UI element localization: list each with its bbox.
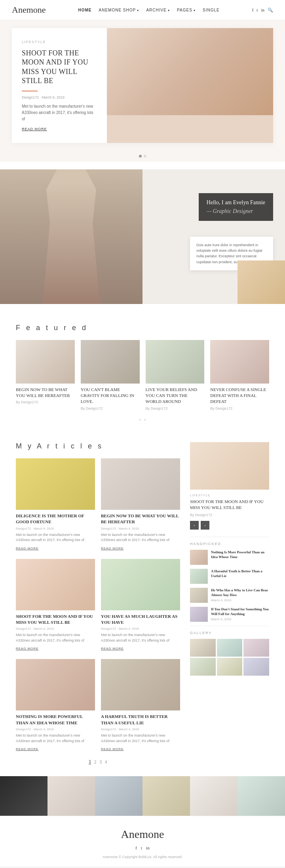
strip-image-2[interactable] [48,776,95,816]
gallery-thumb-5[interactable] [217,658,243,676]
article-read-more-5[interactable]: Read More [16,747,38,751]
sidebar-nav-btns: ‹ › [190,521,269,530]
handpicked-title-2[interactable]: A Harmful Truth is Better Than a Useful … [211,569,269,579]
featured-grid: BEGIN NOW TO BE WHAT YOU WILL BE HEREAFT… [16,340,269,410]
featured-title-3[interactable]: LIVE YOUR BELIEFS AND YOU CAN TURN THE W… [146,387,205,405]
about-name: Hello, I am Evelyn Fannie [207,199,265,206]
article-excerpt-5: Met to launch on the manufacturer's new … [16,733,95,744]
article-image-5[interactable] [16,659,95,710]
articles-section: M y A r t i c l e s DILIGENCE IS THE MOT… [0,434,285,772]
page-2[interactable]: 2 [94,760,97,764]
page-1[interactable]: 1 [89,760,91,764]
handpicked-thumb-2 [190,569,208,584]
article-title-6[interactable]: A HARMFUL TRUTH IS BETTER THAN A USEFUL … [101,714,180,726]
article-row-2: SHOOT FOR THE MOON AND IF YOU MISS YOU W… [16,559,180,651]
gallery-thumb-2[interactable] [217,639,243,657]
hero-card: LIFESTYLE SHOOT FOR THE MOON AND IF YOU … [12,28,273,143]
page-3[interactable]: 3 [100,760,102,764]
nav-links: HOME ANEMONE SHOP ARCHIVE PAGES SINGLE [78,8,219,12]
hero-card-text: LIFESTYLE SHOOT FOR THE MOON AND IF YOU … [12,28,107,143]
footer-copyright: Anemone © Copyright BoldLux. All rights … [16,855,269,859]
article-2: BEGIN NOW TO BE WHAT YOU WILL BE HEREAFT… [101,458,180,551]
article-image-2[interactable] [101,458,180,510]
handpicked-info-1: Nothing Is More Powerful Than an Idea Wh… [211,550,269,560]
article-title-5[interactable]: NOTHING IS MORE POWERFUL THAN AN IDEA WH… [16,714,95,726]
search-icon[interactable]: 🔍 [268,8,273,13]
handpicked-item-1: Nothing Is More Powerful Than an Idea Wh… [190,550,269,565]
handpicked-title-1[interactable]: Nothing Is More Powerful Than an Idea Wh… [211,550,269,560]
strip-image-6[interactable] [238,776,285,816]
featured-section: F e a t u r e d BEGIN NOW TO BE WHAT YOU… [0,312,285,434]
article-title-4[interactable]: YOU HAVE AS MUCH LAUGHTER AS YOU HAVE [101,613,180,626]
twitter-icon[interactable]: t [256,8,258,12]
footer-logo[interactable]: Anemone [16,828,269,841]
article-image-3[interactable] [16,559,95,610]
article-read-more-3[interactable]: Read More [16,647,38,650]
article-excerpt-1: Met to launch on the manufacturer's new … [16,532,95,543]
handpicked-title-4[interactable]: If You Don't Stand for Something You Wil… [211,607,269,617]
sidebar-featured-author: By Design172 [190,513,269,517]
strip-image-3[interactable] [95,776,142,816]
featured-navigation: ‹ › [16,416,269,422]
featured-item-1: BEGIN NOW TO BE WHAT YOU WILL BE HEREAFT… [16,340,75,405]
articles-title: M y A r t i c l e s [16,442,180,450]
featured-title: F e a t u r e d [16,324,269,332]
hero-read-more[interactable]: Read More [22,127,97,131]
hero-meta: Design172 · March 6, 2019 [22,95,97,99]
nav-logo[interactable]: Anemone [12,5,46,15]
dot-2[interactable] [144,155,146,158]
featured-title-4[interactable]: NEVER CONFUSE A SINGLE DEFEAT WITH A FIN… [210,387,269,405]
gallery-thumb-4[interactable] [190,658,216,676]
handpicked-thumb-1 [190,550,208,565]
nav-home[interactable]: HOME [78,8,91,12]
featured-title-1[interactable]: BEGIN NOW TO BE WHAT YOU WILL BE HEREAFT… [16,387,75,399]
gallery-thumb-3[interactable] [243,639,269,657]
gallery-thumb-6[interactable] [243,658,269,676]
featured-prev[interactable]: ‹ [139,416,141,422]
article-read-more-2[interactable]: Read More [101,547,124,550]
dot-1[interactable] [139,155,142,158]
featured-author-4: By Design172 [210,406,269,410]
featured-next[interactable]: › [144,416,146,422]
article-read-more-6[interactable]: Read More [101,747,124,751]
article-image-4[interactable] [101,559,180,610]
article-meta-1: Design172 · March 4, 2019 [16,527,95,530]
article-read-more-1[interactable]: Read More [16,547,38,550]
sidebar-cat: LIFESTYLE [190,494,269,497]
linkedin-icon[interactable]: in [261,8,264,12]
article-title-3[interactable]: SHOOT FOR THE MOON AND IF YOU MISS YOU W… [16,613,95,626]
nav-archive[interactable]: ARCHIVE [146,8,170,12]
footer-facebook-icon[interactable]: f [135,845,137,850]
about-subtitle: — Graphic Designer [207,208,265,215]
hero-category: LIFESTYLE [22,40,97,44]
featured-item-3: LIVE YOUR BELIEFS AND YOU CAN TURN THE W… [146,340,205,410]
handpicked-title-3[interactable]: He Who Has a Why to Live Can Bear Almost… [211,588,269,598]
article-meta-3: Design172 · March 4, 2019 [16,627,95,631]
sidebar-featured-title[interactable]: SHOOT FOR THE MOON AND IF YOU MISS YOU W… [190,499,269,511]
strip-image-4[interactable] [142,776,190,816]
handpicked-item-2: A Harmful Truth is Better Than a Useful … [190,569,269,584]
article-image-1[interactable] [16,458,95,510]
article-image-6[interactable] [101,659,180,710]
articles-main: M y A r t i c l e s DILIGENCE IS THE MOT… [16,442,180,764]
page-4[interactable]: 4 [105,760,107,764]
gallery-strip [0,776,285,816]
featured-image-2 [81,340,140,384]
sidebar-next-btn[interactable]: › [201,521,209,530]
sidebar-prev-btn[interactable]: ‹ [190,521,199,530]
about-person-photo [0,169,142,304]
footer-twitter-icon[interactable]: t [141,845,142,850]
nav-pages[interactable]: PAGES [177,8,196,12]
article-read-more-4[interactable]: Read More [101,647,124,650]
footer-linkedin-icon[interactable]: in [146,845,150,850]
article-title-2[interactable]: BEGIN NOW TO BE WHAT YOU WILL BE HEREAFT… [101,513,180,525]
article-title-1[interactable]: DILIGENCE IS THE MOTHER OF GOOD FORTUNE [16,513,95,525]
handpicked-info-3: He Who Has a Why to Live Can Bear Almost… [211,588,269,602]
nav-shop[interactable]: ANEMONE SHOP [99,8,139,12]
gallery-thumb-1[interactable] [190,639,216,657]
featured-title-2[interactable]: YOU CAN'T BLAME GRAVITY FOR FALLING IN L… [81,387,140,405]
facebook-icon[interactable]: f [252,8,254,12]
nav-single[interactable]: SINGLE [203,8,220,12]
strip-image-1[interactable] [0,776,48,816]
strip-image-5[interactable] [190,776,238,816]
